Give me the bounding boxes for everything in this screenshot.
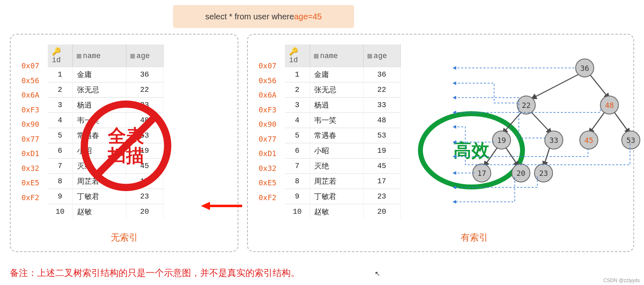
key-icon: 🔑 bbox=[289, 48, 298, 56]
cell-age: 19 bbox=[363, 143, 400, 159]
tree-node-20: 20 bbox=[512, 164, 530, 182]
col-name-header: ▦name bbox=[310, 44, 363, 67]
table-row: 10赵敏20 bbox=[285, 204, 400, 220]
tree-node-36: 36 bbox=[576, 59, 594, 77]
col-age-header: ▦age bbox=[126, 44, 163, 67]
addr-label: 0x56 bbox=[21, 73, 39, 88]
cell-name: 丁敏君 bbox=[310, 189, 363, 204]
tree-node-45: 45 bbox=[580, 131, 598, 149]
sql-prefix: select * from user where bbox=[205, 12, 294, 21]
cell-name: 周芷若 bbox=[310, 174, 363, 189]
cell-name: 赵敏 bbox=[72, 204, 126, 220]
cell-id: 9 bbox=[48, 189, 72, 204]
cell-name: 金庸 bbox=[72, 67, 126, 82]
svg-text:23: 23 bbox=[539, 169, 548, 178]
cell-age: 48 bbox=[363, 113, 400, 128]
tree-node-17: 17 bbox=[473, 164, 491, 182]
svg-text:22: 22 bbox=[522, 101, 531, 110]
addr-label: 0xD1 bbox=[21, 146, 39, 161]
svg-text:53: 53 bbox=[626, 136, 635, 145]
table-row: 1金庸36 bbox=[285, 67, 400, 82]
column-icon: ▦ bbox=[314, 52, 319, 60]
sql-cond-field: age bbox=[294, 12, 308, 21]
table-row: 6小昭19 bbox=[285, 143, 400, 159]
addr-label: 0x90 bbox=[259, 117, 276, 132]
svg-line-4 bbox=[531, 73, 581, 99]
addr-label: 0x32 bbox=[21, 161, 39, 176]
addr-label: 0x56 bbox=[259, 73, 276, 88]
col-id-header: 🔑id bbox=[285, 44, 310, 67]
prohibit-text: 全表 扫描 bbox=[81, 100, 171, 191]
col-id-header: 🔑id bbox=[48, 44, 72, 67]
svg-line-8 bbox=[589, 111, 605, 134]
svg-text:33: 33 bbox=[549, 136, 558, 145]
addr-label: 0xF3 bbox=[21, 103, 39, 117]
cell-id: 2 bbox=[285, 82, 310, 98]
tree-node-23: 23 bbox=[534, 164, 553, 182]
tree-node-19: 19 bbox=[492, 131, 511, 149]
addr-label: 0x07 bbox=[21, 58, 39, 73]
svg-line-5 bbox=[589, 73, 609, 99]
index-tree: 36 22 48 19 33 45 53 17 20 23 bbox=[461, 54, 634, 194]
svg-line-9 bbox=[614, 111, 630, 134]
cell-id: 5 bbox=[285, 128, 310, 143]
svg-line-6 bbox=[502, 111, 522, 134]
cell-age: 33 bbox=[363, 98, 400, 113]
column-icon: ▦ bbox=[131, 52, 135, 60]
caption-left: 无索引 bbox=[11, 231, 238, 244]
cell-id: 6 bbox=[48, 143, 72, 159]
table-row: 2张无忌22 bbox=[48, 82, 163, 98]
svg-line-11 bbox=[506, 147, 519, 167]
cell-id: 4 bbox=[285, 113, 310, 128]
cell-age: 20 bbox=[126, 204, 163, 220]
table-row: 2张无忌22 bbox=[285, 82, 400, 98]
addr-label: 0x90 bbox=[21, 117, 39, 132]
addr-column-left: 0x070x560x6A0xF30x900x770xD10x320xE50xF2 bbox=[21, 58, 39, 205]
cell-id: 5 bbox=[48, 128, 72, 143]
addr-label: 0xE5 bbox=[21, 175, 39, 190]
cell-id: 6 bbox=[285, 143, 310, 159]
svg-text:45: 45 bbox=[584, 136, 593, 145]
red-arrow-icon bbox=[201, 201, 242, 211]
addr-label: 0xD1 bbox=[259, 146, 276, 161]
cell-id: 7 bbox=[48, 159, 72, 174]
cell-age: 36 bbox=[363, 67, 400, 82]
cell-id: 8 bbox=[48, 174, 72, 189]
svg-marker-3 bbox=[201, 202, 210, 210]
table-row: 10赵敏20 bbox=[48, 204, 163, 220]
sql-cond-op: = bbox=[308, 12, 313, 21]
cell-id: 10 bbox=[48, 204, 72, 220]
cell-age: 23 bbox=[363, 189, 400, 204]
cell-age: 36 bbox=[126, 67, 163, 82]
caption-right: 有索引 bbox=[433, 231, 516, 244]
tree-node-53: 53 bbox=[622, 131, 640, 149]
panel-no-index: 0x070x560x6A0xF30x900x770xD10x320xE50xF2… bbox=[10, 34, 238, 252]
addr-label: 0x77 bbox=[21, 132, 39, 147]
tree-node-22: 22 bbox=[517, 96, 535, 114]
tree-node-48: 48 bbox=[600, 96, 618, 114]
footnote: 备注：上述二叉树索引结构的只是一个示意图，并不是真实的索引结构。 bbox=[10, 267, 300, 279]
cell-id: 1 bbox=[48, 67, 72, 82]
svg-text:48: 48 bbox=[605, 101, 614, 110]
tree-node-33: 33 bbox=[545, 131, 563, 149]
cell-id: 3 bbox=[48, 98, 72, 113]
addr-column-right: 0x070x560x6A0xF30x900x770xD10x320xE50xF2 bbox=[259, 58, 276, 205]
watermark: CSDN @zzlyyds bbox=[603, 278, 640, 283]
cell-name: 赵敏 bbox=[310, 204, 363, 220]
table-row: 5常遇春53 bbox=[285, 128, 400, 143]
prohibit-overlay: 全表 扫描 bbox=[81, 100, 171, 191]
svg-text:19: 19 bbox=[497, 136, 506, 145]
sql-cond-val: 45 bbox=[313, 12, 322, 21]
addr-label: 0x77 bbox=[259, 132, 276, 147]
addr-label: 0xE5 bbox=[259, 175, 276, 190]
cursor-icon: ↖ bbox=[375, 270, 380, 278]
cell-age: 53 bbox=[363, 128, 400, 143]
addr-label: 0x07 bbox=[259, 58, 276, 73]
svg-line-10 bbox=[484, 147, 497, 167]
table-row: 9丁敏君23 bbox=[285, 189, 400, 204]
key-icon: 🔑 bbox=[52, 48, 61, 56]
cell-name: 灭绝 bbox=[310, 159, 363, 174]
cell-id: 4 bbox=[48, 113, 72, 128]
table-row: 9丁敏君23 bbox=[48, 189, 163, 204]
cell-name: 金庸 bbox=[310, 67, 363, 82]
